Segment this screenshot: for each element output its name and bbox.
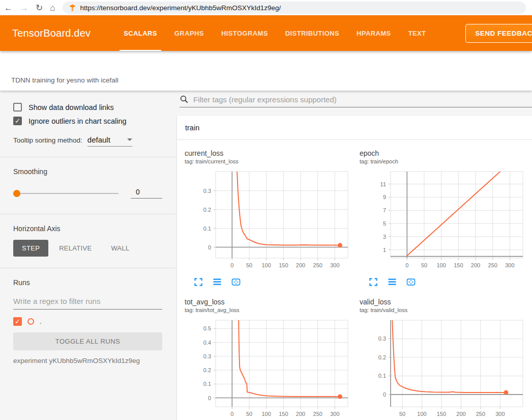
tab-scalars[interactable]: SCALARS xyxy=(115,15,166,51)
svg-text:50: 50 xyxy=(421,262,427,268)
data-rows-icon[interactable] xyxy=(387,277,397,287)
chart-tag: tag: train/valid_loss xyxy=(360,307,528,313)
svg-text:100: 100 xyxy=(417,411,426,417)
chart-tag: tag: train/tot_avg_loss xyxy=(185,307,353,313)
tab-hparams[interactable]: HPARAMS xyxy=(348,15,400,51)
data-rows-icon[interactable] xyxy=(212,277,222,287)
chart-card-current-loss: current_loss tag: train/current_loss 050… xyxy=(183,149,353,289)
tab-distributions[interactable]: DISTRIBUTIONS xyxy=(277,15,348,51)
axis-relative-button[interactable]: RELATIVE xyxy=(50,240,100,257)
selected-value: default xyxy=(87,135,110,144)
smoothing-label: Smoothing xyxy=(13,167,162,176)
settings-sidebar: Show data download links ✓ Ignore outlie… xyxy=(0,91,175,420)
line-chart[interactable]: 0501001502002503001357911 xyxy=(358,170,528,273)
svg-text:100: 100 xyxy=(262,262,271,268)
svg-text:150: 150 xyxy=(454,262,463,268)
app-title: TensorBoard.dev xyxy=(12,27,91,39)
chart-title: current_loss xyxy=(185,149,353,157)
tab-histograms[interactable]: HISTOGRAMS xyxy=(213,15,277,51)
checkbox-icon[interactable]: ✓ xyxy=(13,117,22,125)
tag-group-header[interactable]: train xyxy=(177,116,532,140)
toggle-all-runs-button[interactable]: TOGGLE ALL RUNS xyxy=(13,332,162,350)
chart-card-valid-loss: valid_loss tag: train/valid_loss 5010015… xyxy=(358,298,528,420)
tooltip-sorting-label: Tooltip sorting method: xyxy=(13,136,82,144)
line-chart[interactable]: 5010015020025030000.10.20.3 xyxy=(358,318,528,420)
svg-text:5: 5 xyxy=(383,220,386,227)
tag-group-card: train current_loss tag: train/current_lo… xyxy=(177,116,532,420)
svg-text:200: 200 xyxy=(471,262,480,268)
svg-text:100: 100 xyxy=(437,262,446,268)
divider xyxy=(0,214,175,214)
main-area: train current_loss tag: train/current_lo… xyxy=(175,91,532,420)
axis-step-button[interactable]: STEP xyxy=(13,240,48,257)
run-color-swatch xyxy=(27,318,34,325)
fit-domain-icon[interactable] xyxy=(231,277,241,287)
svg-text:50: 50 xyxy=(246,411,252,417)
svg-text:200: 200 xyxy=(296,411,305,417)
checkbox-label: Ignore outliers in chart scaling xyxy=(28,117,127,125)
send-feedback-button[interactable]: SEND FEEDBACK xyxy=(465,24,532,43)
divider xyxy=(0,157,175,157)
url-text: https://tensorboard.dev/experiment/yKUbh… xyxy=(80,4,281,12)
tag-filter-input[interactable] xyxy=(193,95,532,104)
svg-text:300: 300 xyxy=(330,411,339,417)
svg-text:0.3: 0.3 xyxy=(203,353,211,359)
svg-text:0.4: 0.4 xyxy=(203,340,211,346)
svg-text:300: 300 xyxy=(495,411,505,417)
experiment-id-label: experiment yKUbhb5wRmOSXYkId1z9eg xyxy=(13,357,162,365)
chart-card-epoch: epoch tag: train/epoch 05010015020025030… xyxy=(358,149,528,289)
svg-text:0.1: 0.1 xyxy=(378,373,386,379)
back-icon[interactable]: ← xyxy=(4,4,13,12)
browser-toolbar: ← → ↻ ⌂ https://tensorboard.dev/experime… xyxy=(0,0,532,15)
runs-regex-input[interactable] xyxy=(13,296,162,310)
chart-title: valid_loss xyxy=(360,298,528,306)
svg-text:0: 0 xyxy=(383,391,386,398)
svg-text:11: 11 xyxy=(380,181,386,187)
fit-domain-icon[interactable] xyxy=(406,277,416,287)
run-row[interactable]: ✓ . xyxy=(13,317,162,326)
svg-text:0: 0 xyxy=(230,411,233,417)
fullscreen-icon[interactable] xyxy=(368,277,378,287)
smoothing-slider-row: 0 xyxy=(13,188,162,199)
axis-wall-button[interactable]: WALL xyxy=(102,240,138,257)
svg-text:250: 250 xyxy=(313,262,322,268)
tab-text[interactable]: TEXT xyxy=(400,15,435,51)
svg-text:50: 50 xyxy=(399,411,405,417)
line-chart[interactable]: 05010015020025030000.10.20.30.40.5 xyxy=(183,318,353,420)
show-download-links-checkbox[interactable]: Show data download links xyxy=(13,103,162,111)
svg-text:0: 0 xyxy=(208,244,211,250)
svg-text:0.2: 0.2 xyxy=(203,367,211,373)
horizontal-axis-label: Horizontal Axis xyxy=(13,225,162,233)
smoothing-value-field[interactable]: 0 xyxy=(131,188,162,199)
divider xyxy=(0,268,175,268)
forward-icon[interactable]: → xyxy=(20,4,28,12)
run-checkbox[interactable]: ✓ xyxy=(13,317,22,326)
tooltip-sorting-select[interactable]: default xyxy=(87,135,132,147)
svg-text:3: 3 xyxy=(383,234,386,240)
checkbox-label: Show data download links xyxy=(28,103,114,111)
svg-text:0.2: 0.2 xyxy=(378,354,386,360)
reload-icon[interactable]: ↻ xyxy=(36,4,43,12)
svg-text:0.1: 0.1 xyxy=(203,381,211,387)
chart-actions xyxy=(368,275,528,289)
fullscreen-icon[interactable] xyxy=(193,277,203,287)
tab-graphs[interactable]: GRAPHS xyxy=(166,15,213,51)
svg-text:7: 7 xyxy=(383,207,386,213)
svg-text:200: 200 xyxy=(296,262,305,268)
svg-text:250: 250 xyxy=(476,411,485,417)
chart-tag: tag: train/epoch xyxy=(360,158,528,164)
svg-text:300: 300 xyxy=(330,262,339,268)
home-icon[interactable]: ⌂ xyxy=(50,4,55,12)
search-icon xyxy=(180,95,189,104)
line-chart[interactable]: 05010015020025030000.10.20.3 xyxy=(183,170,353,273)
svg-text:150: 150 xyxy=(279,411,288,417)
ignore-outliers-checkbox[interactable]: ✓ Ignore outliers in chart scaling xyxy=(13,117,162,125)
runs-filter xyxy=(13,296,162,310)
smoothing-slider[interactable] xyxy=(13,193,119,194)
svg-text:0.2: 0.2 xyxy=(203,207,211,213)
address-bar[interactable]: https://tensorboard.dev/experiment/yKUbh… xyxy=(63,2,526,14)
chart-title: epoch xyxy=(360,149,528,157)
checkbox-icon[interactable] xyxy=(13,103,22,111)
chart-tag: tag: train/current_loss xyxy=(185,158,353,164)
slider-thumb[interactable] xyxy=(13,190,20,197)
